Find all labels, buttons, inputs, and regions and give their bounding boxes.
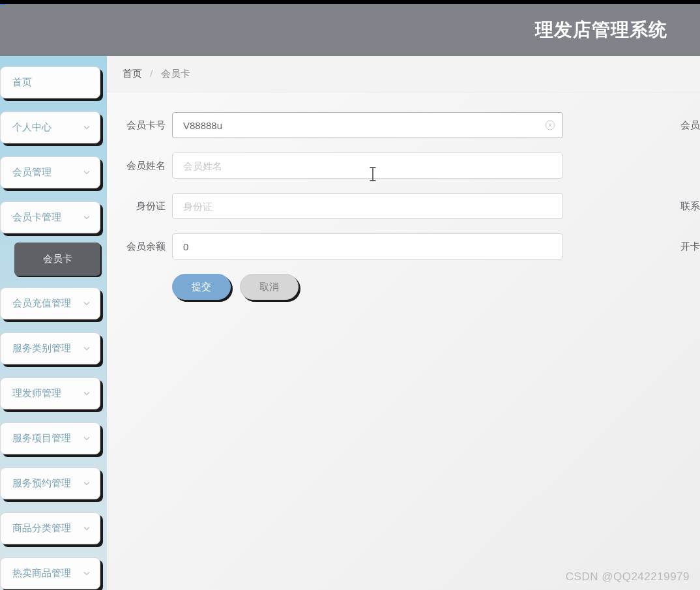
id-label: 身份证 [120, 200, 166, 213]
breadcrumb-home[interactable]: 首页 [123, 68, 142, 79]
form: 会员卡号 会员 会员姓名 身份证 [107, 93, 700, 300]
main-content: 首页 / 会员卡 会员卡号 会员 会员姓名 [107, 56, 700, 590]
card-no-label: 会员卡号 [120, 119, 166, 132]
chevron-down-icon [83, 568, 91, 579]
breadcrumb-separator: / [150, 68, 153, 79]
sidebar-item-service-category[interactable]: 服务类别管理 [0, 332, 100, 364]
chevron-down-icon [83, 298, 91, 309]
chevron-down-icon [83, 388, 91, 399]
sidebar-item-label: 服务预约管理 [12, 477, 71, 488]
breadcrumb-current: 会员卡 [161, 68, 190, 79]
sidebar-item-personal[interactable]: 个人中心 [0, 111, 100, 143]
id-input[interactable] [172, 193, 563, 219]
sidebar-item-hot-product[interactable]: 热卖商品管理 [0, 557, 100, 589]
app-title: 理发店管理系统 [535, 18, 667, 42]
chevron-down-icon [83, 167, 91, 178]
chevron-down-icon [83, 478, 91, 489]
sidebar-subitem-card[interactable]: 会员卡 [14, 243, 100, 276]
top-accent [0, 4, 5, 5]
sidebar-item-card-mgmt[interactable]: 会员卡管理 [0, 201, 100, 233]
balance-label: 会员余额 [120, 241, 166, 253]
sidebar-item-label: 理发师管理 [12, 387, 61, 398]
sidebar-subitem-label: 会员卡 [43, 253, 72, 264]
contact-label-partial: 联系 [680, 200, 700, 213]
name-label: 会员姓名 [120, 160, 166, 172]
cancel-button[interactable]: 取消 [240, 274, 299, 300]
member-label-partial: 会员 [680, 119, 700, 132]
sidebar-item-label: 首页 [12, 76, 32, 87]
sidebar-item-label: 商品分类管理 [12, 522, 71, 533]
watermark: CSDN @QQ242219979 [566, 570, 690, 583]
chevron-down-icon [83, 343, 91, 354]
sidebar: 首页 个人中心 会员管理 会员卡管理 会员卡 会员充值管理 [0, 56, 107, 590]
sidebar-item-label: 会员充值管理 [12, 297, 71, 308]
sidebar-item-label: 服务类别管理 [12, 342, 71, 353]
breadcrumb: 首页 / 会员卡 [107, 56, 700, 93]
sidebar-item-label: 会员管理 [12, 166, 51, 177]
sidebar-item-member-mgmt[interactable]: 会员管理 [0, 156, 100, 188]
open-card-label-partial: 开卡 [680, 241, 700, 253]
name-input[interactable] [172, 153, 563, 179]
sidebar-item-label: 热卖商品管理 [12, 567, 71, 578]
chevron-down-icon [83, 523, 91, 534]
header: 理发店管理系统 [0, 4, 700, 56]
clear-icon[interactable] [545, 120, 555, 130]
chevron-down-icon [83, 212, 91, 223]
sidebar-item-barber[interactable]: 理发师管理 [0, 377, 100, 409]
card-no-input[interactable] [172, 112, 563, 138]
sidebar-item-home[interactable]: 首页 [0, 66, 100, 98]
sidebar-item-service-project[interactable]: 服务项目管理 [0, 422, 100, 454]
sidebar-item-appointment[interactable]: 服务预约管理 [0, 467, 100, 499]
sidebar-item-recharge[interactable]: 会员充值管理 [0, 288, 100, 319]
sidebar-item-label: 会员卡管理 [12, 211, 61, 222]
sidebar-item-label: 个人中心 [12, 121, 51, 132]
submit-button[interactable]: 提交 [172, 274, 231, 300]
chevron-down-icon [83, 433, 91, 444]
sidebar-item-product-category[interactable]: 商品分类管理 [0, 512, 100, 544]
sidebar-item-label: 服务项目管理 [12, 432, 71, 443]
chevron-down-icon [83, 122, 91, 133]
balance-input[interactable] [172, 233, 563, 259]
